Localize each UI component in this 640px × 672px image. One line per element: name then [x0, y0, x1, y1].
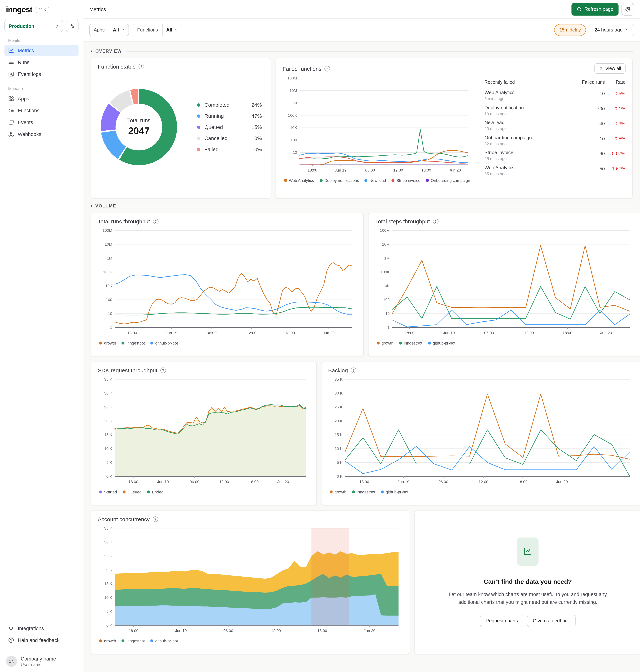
give-feedback-button[interactable]: Give us feedback [527, 615, 576, 627]
table-row[interactable]: Web Analytics5 mins ago100.5% [484, 90, 626, 101]
overview-section-header[interactable]: ▾ OVERVIEW [91, 49, 632, 53]
sidebar-item-metrics[interactable]: Metrics [4, 45, 78, 56]
legend-label: inngestbot [404, 341, 422, 345]
legend-dot-icon [99, 490, 102, 494]
view-all-button[interactable]: View all [594, 63, 626, 74]
settings-button[interactable] [622, 3, 634, 15]
table-row[interactable]: Deploy notification10 mins ago7000.1% [484, 105, 626, 116]
table-row[interactable]: Stripe invoice25 mins ago600.07% [484, 150, 626, 161]
status-percent: 24% [251, 102, 262, 108]
help-icon[interactable]: ? [324, 66, 330, 71]
failed-function-time: 35 mins ago [484, 171, 578, 176]
account-menu[interactable]: CN Company name User name [4, 651, 78, 667]
svg-text:12:00: 12:00 [219, 480, 229, 484]
table-row[interactable]: New lead20 mins ago400.3% [484, 120, 626, 131]
sidebar-item-functions[interactable]: Functions [4, 105, 78, 116]
search-document-icon [8, 71, 14, 77]
time-range-value: 24 hours ago [594, 27, 623, 33]
request-charts-card: Can’t find the data you need? Let our te… [414, 511, 640, 654]
sidebar-item-runs[interactable]: Runs [4, 57, 78, 68]
environment-select[interactable]: Production [4, 20, 63, 32]
donut-legend-row: Running47% [197, 113, 262, 119]
svg-text:10 K: 10 K [104, 595, 112, 600]
legend-label: inngestbot [127, 341, 145, 345]
sidebar-item-events[interactable]: Events [4, 117, 78, 128]
volume-section-header[interactable]: ▾ VOLUME [91, 204, 632, 208]
svg-text:Jun 20: Jun 20 [556, 480, 568, 484]
svg-text:Jun 19: Jun 19 [175, 628, 187, 633]
env-filter-button[interactable] [66, 20, 78, 32]
app-window: inngest ⌘K Production Monitor Metrics Ru… [0, 0, 640, 672]
failure-rate-value: 1.67% [605, 165, 626, 171]
failed-function-time: 20 mins ago [484, 126, 578, 131]
sidebar-item-event-logs[interactable]: Event logs [4, 69, 78, 80]
legend-dot-icon [197, 125, 200, 129]
svg-text:30 K: 30 K [104, 391, 112, 395]
help-icon[interactable]: ? [160, 368, 166, 373]
external-link-icon [599, 67, 603, 71]
sidebar-item-apps[interactable]: Apps [4, 93, 78, 104]
svg-text:25 K: 25 K [104, 405, 112, 409]
sidebar-item-webhooks[interactable]: Webhooks [4, 129, 78, 140]
legend-dot-icon [428, 342, 431, 344]
svg-text:Jun 20: Jun 20 [364, 628, 375, 633]
total-runs-chart: 100M10M1M100K10K10010118:00Jun 1906:0012… [98, 227, 357, 338]
legend-dot-icon [377, 342, 380, 344]
refresh-page-button[interactable]: Refresh page [571, 3, 619, 15]
refresh-label: Refresh page [584, 6, 613, 12]
sdk-request-card: SDK request throughput ? 35 K30 K25 K20 … [91, 361, 317, 505]
functions-filter[interactable]: Functions All [133, 24, 183, 36]
legend-label: growth [334, 490, 347, 494]
legend-label: github-pr-bot [386, 490, 408, 494]
legend-item: Deploy notifications [319, 178, 359, 183]
request-charts-button[interactable]: Request charts [480, 615, 524, 627]
failed-function-name: Deploy notification10 mins ago [484, 105, 578, 116]
help-icon[interactable]: ? [351, 368, 357, 373]
sidebar-item-label: Integrations [18, 626, 44, 631]
svg-text:1: 1 [110, 325, 112, 330]
updown-chevrons-icon [55, 24, 59, 28]
legend-dot-icon [150, 639, 154, 642]
sidebar-item-integrations[interactable]: Integrations [4, 623, 78, 634]
svg-text:10K: 10K [383, 284, 390, 288]
functions-filter-value: All [166, 27, 172, 33]
failed-function-name: New lead20 mins ago [484, 120, 578, 131]
help-icon[interactable]: ? [152, 516, 158, 522]
legend-dot-icon [147, 490, 150, 494]
table-row[interactable]: Web Analytics35 mins ago501.67% [484, 165, 626, 176]
donut-legend-row: Queued15% [197, 124, 262, 130]
failed-function-name: Web Analytics35 mins ago [484, 165, 578, 176]
svg-text:06:00: 06:00 [365, 168, 375, 172]
help-icon[interactable]: ? [138, 64, 144, 69]
sidebar-item-help[interactable]: Help and feedback [4, 634, 78, 646]
legend-item: Onboarding campaign [426, 178, 470, 183]
svg-text:18:00: 18:00 [405, 331, 414, 335]
svg-text:18:00: 18:00 [421, 168, 431, 172]
legend-dot-icon [99, 342, 102, 344]
command-k-shortcut[interactable]: ⌘K [35, 6, 49, 13]
time-range-select[interactable]: 24 hours ago [590, 24, 634, 36]
svg-text:100M: 100M [102, 228, 112, 232]
donut-center-value: 2047 [128, 125, 150, 137]
table-row[interactable]: Onboarding campaign22 mins ago100.5% [484, 135, 626, 146]
account-concurrency-card: Account concurrency ? 35 K30 K25 K20 K15… [91, 511, 410, 654]
help-icon[interactable]: ? [153, 218, 159, 224]
svg-text:10: 10 [108, 311, 112, 316]
section-label: OVERVIEW [96, 49, 122, 53]
svg-text:06:00: 06:00 [438, 480, 448, 484]
svg-text:10K: 10K [105, 284, 112, 288]
legend-label: github-pr-bot [155, 639, 178, 643]
legend-dot-icon [319, 179, 322, 182]
chevron-down-icon [625, 28, 629, 32]
svg-text:18:00: 18:00 [360, 480, 369, 484]
card-title: Total runs throughput [98, 218, 150, 225]
legend-item: growth [330, 490, 347, 494]
apps-filter[interactable]: Apps All [89, 24, 129, 36]
legend-dot-icon [284, 179, 287, 182]
help-icon[interactable]: ? [433, 218, 438, 224]
sidebar-item-label: Runs [18, 59, 29, 65]
monitor-section-label: Monitor [8, 38, 78, 43]
svg-text:10 K: 10 K [104, 446, 112, 451]
svg-text:10M: 10M [382, 242, 390, 246]
svg-text:0 K: 0 K [106, 474, 112, 478]
